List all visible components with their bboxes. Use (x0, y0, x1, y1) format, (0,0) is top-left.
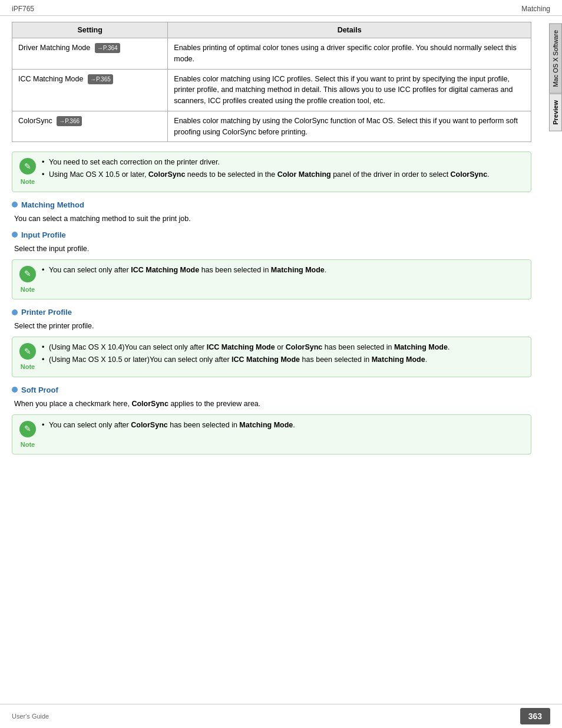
note-box-printer-profile: ✎ Note (Using Mac OS X 10.4)You can sele… (12, 337, 531, 377)
page-number: 363 (520, 708, 550, 724)
printer-profile-dot (12, 309, 18, 315)
note-item: You need to set each correction on the p… (41, 157, 524, 168)
note-item: (Using Mac OS X 10.5 or later)You can se… (41, 354, 524, 365)
row2-setting: ICC Matching Mode →P.365 (12, 69, 168, 111)
note-icon-4: ✎ (19, 421, 36, 437)
page-ref-364[interactable]: →P.364 (95, 43, 120, 53)
note-content-4: You can select only after ColorSync has … (41, 420, 524, 432)
main-content: Setting Details Driver Matching Mode →P.… (0, 16, 549, 475)
row2-details: Enables color matching using ICC profile… (168, 69, 531, 111)
note-content-3: (Using Mac OS X 10.4)You can select only… (41, 342, 524, 367)
matching-method-title: Matching Method (21, 200, 84, 209)
side-tab-preview[interactable]: Preview (549, 94, 562, 131)
soft-proof-heading: Soft Proof (12, 386, 531, 394)
matching-method-body: You can select a matching method to suit… (12, 213, 531, 225)
input-profile-dot (12, 232, 18, 238)
note-content-1: You need to set each correction on the p… (41, 157, 524, 182)
printer-profile-heading: Printer Profile (12, 308, 531, 317)
table-row: Driver Matching Mode →P.364 Enables prin… (12, 38, 531, 70)
row3-setting: ColorSync →P.366 (12, 111, 168, 142)
page-footer: User's Guide 363 (0, 704, 562, 728)
col-setting: Setting (12, 22, 168, 38)
input-profile-body: Select the input profile. (12, 243, 531, 255)
printer-profile-title: Printer Profile (21, 308, 72, 317)
soft-proof-title: Soft Proof (21, 386, 58, 394)
row1-setting: Driver Matching Mode →P.364 (12, 38, 168, 70)
matching-method-dot (12, 202, 18, 207)
table-row: ColorSync →P.366 Enables color matching … (12, 111, 531, 142)
input-profile-heading: Input Profile (12, 230, 531, 239)
soft-proof-dot (12, 387, 18, 393)
matching-method-heading: Matching Method (12, 200, 531, 209)
side-tab-mac-os[interactable]: Mac OS X Software (549, 24, 562, 94)
soft-proof-body: When you place a checkmark here, ColorSy… (12, 398, 531, 410)
note-box-soft-proof: ✎ Note You can select only after ColorSy… (12, 414, 531, 455)
note-content-2: You can select only after ICC Matching M… (41, 265, 524, 277)
table-row: ICC Matching Mode →P.365 Enables color m… (12, 69, 531, 111)
side-tabs: Mac OS X Software Preview (549, 24, 562, 377)
row1-details: Enables printing of optimal color tones … (168, 38, 531, 70)
header-right: Matching (521, 5, 550, 13)
row3-details: Enables color matching by using the Colo… (168, 111, 531, 142)
note-icon-1: ✎ (19, 158, 36, 174)
note-icon-area-3: ✎ Note (19, 342, 36, 372)
header-left: iPF765 (12, 5, 34, 13)
note-box-input-profile: ✎ Note You can select only after ICC Mat… (12, 259, 531, 300)
note-icon-2: ✎ (19, 266, 36, 282)
soft-proof-colorsync-bold: ColorSync (131, 400, 168, 408)
input-profile-title: Input Profile (21, 230, 66, 239)
printer-profile-body: Select the printer profile. (12, 320, 531, 332)
page-ref-365[interactable]: →P.365 (88, 74, 113, 84)
col-details: Details (168, 22, 531, 38)
settings-table: Setting Details Driver Matching Mode →P.… (12, 22, 531, 142)
note-icon-3: ✎ (19, 343, 36, 360)
note-item: Using Mac OS X 10.5 or later, ColorSync … (41, 169, 524, 180)
note-icon-area-2: ✎ Note (19, 265, 36, 295)
note-item: You can select only after ICC Matching M… (41, 265, 524, 276)
note-item: You can select only after ColorSync has … (41, 420, 524, 431)
page-ref-366[interactable]: →P.366 (57, 116, 82, 126)
note-item: (Using Mac OS X 10.4)You can select only… (41, 342, 524, 353)
note-icon-area: ✎ Note (19, 157, 36, 187)
note-box-1: ✎ Note You need to set each correction o… (12, 151, 531, 192)
footer-left: User's Guide (12, 713, 49, 720)
note-icon-area-4: ✎ Note (19, 420, 36, 450)
page-header: iPF765 Matching (0, 0, 562, 16)
page-container: iPF765 Matching Mac OS X Software Previe… (0, 0, 562, 728)
